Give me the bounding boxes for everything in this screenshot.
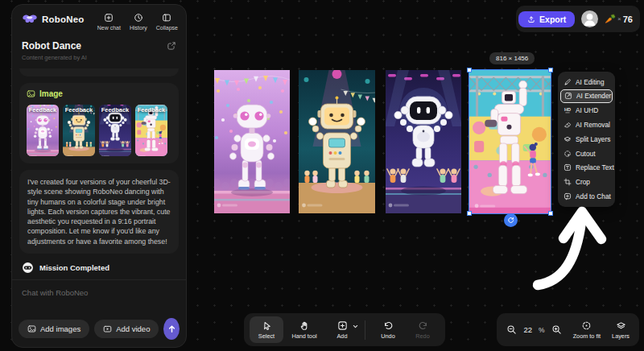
robot-head-icon xyxy=(22,262,34,274)
crosshair-icon xyxy=(581,320,592,331)
menu-item-replace-text[interactable]: Replace Text xyxy=(558,160,615,175)
cursor-icon xyxy=(262,320,272,331)
undo-button[interactable]: Undo xyxy=(371,316,405,343)
layers-icon xyxy=(616,320,626,331)
previous-card-fragment xyxy=(19,68,179,76)
sidebar-header: RoboNeo New chat History Collapse xyxy=(12,5,186,32)
menu-item-ai-extender[interactable]: AI Extender xyxy=(560,89,613,103)
arrow-up-icon xyxy=(167,324,177,334)
crop-icon xyxy=(564,178,572,186)
avatar[interactable] xyxy=(581,10,598,27)
hand-icon xyxy=(299,320,310,331)
thumbnail-3[interactable]: Feedback xyxy=(99,105,131,156)
menu-item-ai-editing[interactable]: AI Editing xyxy=(558,75,615,89)
add-video-button[interactable]: Add video xyxy=(94,320,159,338)
share-icon xyxy=(167,41,176,51)
roboneo-logo-icon xyxy=(22,13,38,25)
split-layers-icon xyxy=(564,135,572,143)
credits-counter[interactable]: 🥕 × 76 xyxy=(605,14,633,24)
selection-handle-bottom-left[interactable] xyxy=(467,211,472,216)
history-button[interactable]: History xyxy=(130,13,147,31)
dimension-label: 816 × 1456 xyxy=(489,52,535,64)
canvas-image-4-selected[interactable] xyxy=(469,70,551,213)
document-header: Robot Dance Content generated by AI xyxy=(12,32,186,61)
assistant-message-text: I've created four versions of your cheer… xyxy=(27,177,171,246)
menu-item-cutout[interactable]: Cutout xyxy=(558,147,615,161)
credits-count: 76 xyxy=(623,14,633,24)
regenerate-button[interactable] xyxy=(504,213,518,227)
upload-icon xyxy=(527,15,535,23)
page-title: Robot Dance xyxy=(22,40,81,52)
menu-item-crop[interactable]: Crop xyxy=(558,175,615,189)
selection-handle-top-left[interactable] xyxy=(467,68,472,72)
ai-generated-note: Content generated by AI xyxy=(22,54,176,61)
mission-status: Mission Completed xyxy=(19,260,179,275)
toolbar-divider xyxy=(365,320,365,340)
plus-square-icon xyxy=(104,13,114,23)
selection-handle-top-right[interactable] xyxy=(548,68,553,72)
account-toolbar: Export 🥕 × 76 xyxy=(516,6,640,32)
chat-input-area: Add images Add video xyxy=(12,279,186,347)
canvas-toolbar: Select Hand tool Add Undo Redo xyxy=(244,313,445,346)
add-image-icon xyxy=(27,324,36,333)
chat-sidebar: RoboNeo New chat History Collapse Robot … xyxy=(11,4,187,348)
zoom-in-icon xyxy=(551,324,562,335)
send-button[interactable] xyxy=(163,318,180,340)
thumbnail-row: Feedback Feedback xyxy=(27,105,171,156)
zoom-to-fit-button[interactable]: Zoom to fit xyxy=(573,320,601,340)
menu-item-add-to-chat[interactable]: Add to Chat xyxy=(558,189,615,204)
svg-text:HD: HD xyxy=(564,107,571,112)
add-tool-button[interactable]: Add xyxy=(325,316,359,343)
thumbnail-4[interactable]: Feedback xyxy=(135,105,167,156)
canvas-image-1[interactable] xyxy=(214,70,290,213)
zoom-out-button[interactable] xyxy=(506,324,517,335)
replace-text-icon xyxy=(564,163,572,171)
canvas-image-3[interactable] xyxy=(386,70,461,213)
menu-item-ai-removal[interactable]: AI Removal xyxy=(558,118,615,132)
expand-icon xyxy=(564,92,572,100)
collapse-button[interactable]: Collapse xyxy=(156,13,178,31)
sidebar-actions: New chat History Collapse xyxy=(97,13,178,31)
redo-button[interactable]: Redo xyxy=(406,316,440,343)
selection-handle-bottom-right[interactable] xyxy=(548,211,553,216)
undo-icon xyxy=(383,320,394,331)
hd-icon: HD xyxy=(564,106,572,114)
feedback-label[interactable]: Feedback xyxy=(99,106,131,114)
feedback-label[interactable]: Feedback xyxy=(27,106,59,114)
menu-item-split-layers[interactable]: Split Layers xyxy=(558,132,615,147)
zoom-controls: 22 % Zoom to fit Layers xyxy=(497,313,639,346)
menu-item-ai-uhd[interactable]: HD AI UHD xyxy=(558,103,615,118)
add-images-button[interactable]: Add images xyxy=(19,320,89,338)
zoom-in-button[interactable] xyxy=(551,324,562,335)
image-results-card: Image Feedback xyxy=(19,83,179,163)
carrot-icon: 🥕 xyxy=(605,14,616,23)
canvas-image-2[interactable] xyxy=(299,70,375,213)
feedback-label[interactable]: Feedback xyxy=(135,106,167,114)
hand-tool-button[interactable]: Hand tool xyxy=(284,316,324,343)
image-section-header: Image xyxy=(27,89,171,98)
new-chat-button[interactable]: New chat xyxy=(97,13,121,31)
layers-button[interactable]: Layers xyxy=(612,320,630,340)
thumbnail-2[interactable]: Feedback xyxy=(63,105,95,156)
image-icon xyxy=(27,89,35,98)
clock-icon xyxy=(134,13,143,23)
video-icon xyxy=(103,324,112,333)
magic-pen-icon xyxy=(564,78,572,86)
zoom-percentage[interactable]: 22 xyxy=(523,325,532,334)
generated-image xyxy=(299,70,375,213)
redo-icon xyxy=(418,320,428,331)
feedback-label[interactable]: Feedback xyxy=(63,106,95,114)
chat-input[interactable] xyxy=(19,287,180,318)
export-button[interactable]: Export xyxy=(518,11,575,27)
generated-image xyxy=(214,70,290,213)
mission-status-text: Mission Completed xyxy=(39,263,109,272)
thumbnail-1[interactable]: Feedback xyxy=(27,105,59,156)
open-external-button[interactable] xyxy=(167,41,176,51)
assistant-message-card: I've created four versions of your cheer… xyxy=(19,170,179,254)
image-context-menu: AI Editing AI Extender HD AI UHD AI Remo… xyxy=(558,72,615,207)
collapse-panel-icon xyxy=(162,13,171,23)
message-scroll-area[interactable]: Image Feedback xyxy=(12,68,186,279)
cutout-icon xyxy=(564,150,572,158)
select-tool-button[interactable]: Select xyxy=(250,316,283,343)
generated-image xyxy=(386,70,461,213)
